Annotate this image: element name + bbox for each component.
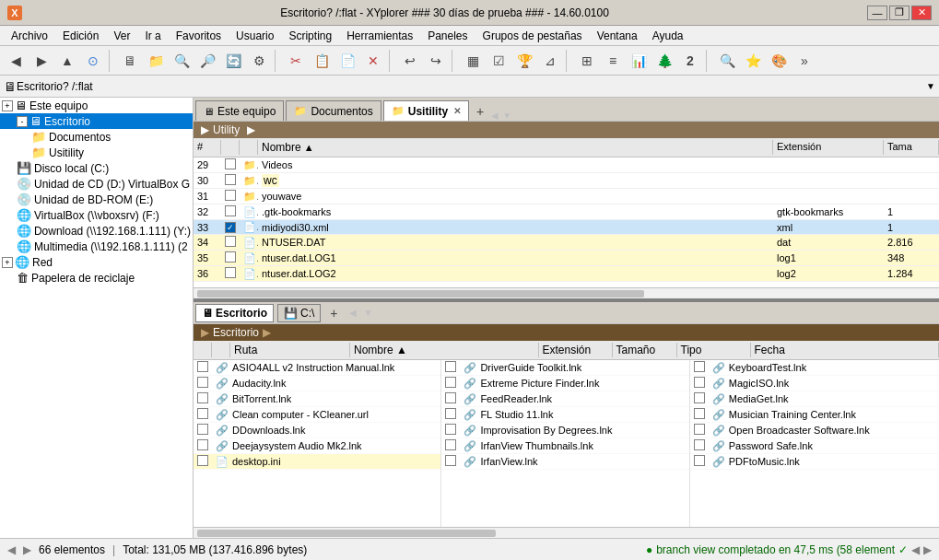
- file-row[interactable]: 34 📄 NTUSER.DAT dat 2.816: [194, 235, 939, 251]
- col-name[interactable]: Nombre ▲: [350, 343, 539, 357]
- row-check[interactable]: [221, 158, 240, 171]
- forward-button[interactable]: ▶: [29, 50, 53, 72]
- add-tab-button[interactable]: +: [471, 102, 489, 121]
- minimize-button[interactable]: —: [867, 6, 887, 20]
- filter-button[interactable]: 🔎: [195, 50, 219, 72]
- status-nav-2[interactable]: ▶: [923, 543, 932, 556]
- col-header-ext[interactable]: Extensión: [773, 140, 884, 155]
- sidebar-item-dvd-d[interactable]: 💿 Unidad de CD (D:) VirtualBox G: [0, 176, 193, 192]
- window-controls[interactable]: — ❐ ✕: [867, 6, 932, 20]
- row-check[interactable]: [221, 205, 240, 218]
- add-bottom-tab-button[interactable]: +: [324, 304, 343, 322]
- folder-button[interactable]: 📁: [144, 50, 168, 72]
- tree-button[interactable]: 🌲: [652, 50, 676, 72]
- list-item[interactable]: 🔗 FeedReader.lnk: [441, 391, 688, 407]
- list-item[interactable]: 🔗 KeyboardTest.lnk: [690, 360, 939, 376]
- menu-ventana[interactable]: Ventana: [590, 28, 645, 44]
- list-item[interactable]: 🔗 Audacity.lnk: [194, 376, 440, 391]
- tab-c-drive[interactable]: 💾 C:\: [277, 304, 321, 322]
- tab-nav-back[interactable]: ◀: [489, 111, 500, 121]
- tab-documentos[interactable]: 📁 Documentos: [286, 100, 381, 121]
- filter2-button[interactable]: ⊿: [538, 50, 562, 72]
- menu-scripting[interactable]: Scripting: [281, 28, 339, 44]
- sidebar-item-vbox-f[interactable]: 🌐 VirtualBox (\\vboxsrv) (F:): [0, 207, 193, 223]
- menu-ira[interactable]: Ir a: [137, 28, 168, 44]
- address-dropdown[interactable]: ▼: [926, 81, 935, 91]
- menu-edicion[interactable]: Edición: [55, 28, 106, 44]
- list-item[interactable]: 🔗 PDFtoMusic.lnk: [690, 454, 939, 470]
- list-item[interactable]: 🔗 Clean computer - KCleaner.url: [194, 407, 440, 423]
- menu-archivo[interactable]: Archivo: [4, 28, 55, 44]
- col-ext[interactable]: Extensión: [539, 343, 613, 357]
- list-item[interactable]: 🔗 BitTorrent.lnk: [194, 391, 440, 407]
- col-header-num[interactable]: #: [194, 140, 221, 155]
- menu-ayuda[interactable]: Ayuda: [645, 28, 691, 44]
- view2-button[interactable]: ☑: [487, 50, 511, 72]
- sidebar-item-este-equipo[interactable]: + 🖥 Este equipo: [0, 98, 193, 113]
- sidebar-item-escritorio[interactable]: - 🖥 Escritorio: [0, 113, 193, 129]
- sync-button[interactable]: 🔄: [221, 50, 245, 72]
- list-item[interactable]: 🔗 Deejaysystem Audio Mk2.lnk: [194, 438, 440, 454]
- list-item[interactable]: 🔗 FL Studio 11.lnk: [441, 407, 688, 423]
- tab-usitility[interactable]: 📁 Usitility ✕: [383, 100, 469, 121]
- list-item[interactable]: 🔗 Musician Training Center.lnk: [690, 407, 939, 423]
- row-check[interactable]: [221, 267, 240, 280]
- bottom-tab-nav[interactable]: ◀: [347, 308, 358, 318]
- tab-este-equipo[interactable]: 🖥 Este equipo: [195, 100, 284, 121]
- sidebar-item-papelera[interactable]: 🗑 Papelera de reciclaje: [0, 270, 193, 286]
- tab-close-icon[interactable]: ✕: [453, 106, 461, 116]
- view1-button[interactable]: ▦: [461, 50, 485, 72]
- row-check[interactable]: [221, 221, 240, 233]
- list-item[interactable]: 🔗 Open Broadcaster Software.lnk: [690, 423, 939, 438]
- file-row[interactable]: 31 📁 youwave: [194, 189, 939, 204]
- file-row[interactable]: 29 📁 Videos: [194, 158, 939, 173]
- list-item[interactable]: 🔗 DDownloads.lnk: [194, 423, 440, 438]
- nav-forward-status[interactable]: ▶: [23, 543, 31, 556]
- row-check[interactable]: [221, 174, 240, 187]
- more-button[interactable]: »: [792, 50, 816, 72]
- copy-path-button[interactable]: 🖥: [118, 50, 142, 72]
- menu-paneles[interactable]: Paneles: [420, 28, 475, 44]
- col-header-size[interactable]: Tama: [884, 140, 939, 155]
- list-item[interactable]: 🔗 Improvisation By Degrees.lnk: [441, 423, 688, 438]
- undo-button[interactable]: ↩: [398, 50, 422, 72]
- sidebar-item-download-y[interactable]: 🌐 Download (\\192.168.1.111) (Y:): [0, 223, 193, 239]
- sidebar-item-usitility[interactable]: 📁 Usitility: [0, 145, 193, 160]
- nav-back-status[interactable]: ◀: [7, 543, 16, 556]
- list-button[interactable]: ≡: [601, 50, 625, 72]
- row-check[interactable]: [221, 190, 240, 203]
- bottom-scrollbar-h[interactable]: [194, 527, 939, 538]
- tab-escritorio[interactable]: 🖥 Escritorio: [195, 304, 274, 322]
- list-item[interactable]: 🔗 IrfanView Thumbnails.lnk: [441, 438, 688, 454]
- detail-button[interactable]: 📊: [627, 50, 651, 72]
- bottom-tab-nav2[interactable]: ▼: [362, 308, 375, 318]
- list-item[interactable]: 🔗 Extreme Picture Finder.lnk: [441, 376, 688, 391]
- list-item[interactable]: 🔗 DriverGuide Toolkit.lnk: [441, 360, 688, 376]
- file-row[interactable]: 30 📁 wc: [194, 173, 939, 189]
- star-button[interactable]: ⭐: [741, 50, 765, 72]
- compare-button[interactable]: 2: [678, 50, 702, 72]
- file-row[interactable]: 36 📄 ntuser.dat.LOG2 log2 1.284: [194, 266, 939, 282]
- list-item[interactable]: 🔗 MediaGet.lnk: [690, 391, 939, 407]
- restore-button[interactable]: ❐: [889, 6, 910, 20]
- address-text[interactable]: Escritorio? /:flat: [17, 80, 93, 93]
- row-check[interactable]: [221, 251, 240, 264]
- sidebar-item-multimedia[interactable]: 🌐 Multimedia (\\192.168.1.111) (2: [0, 239, 193, 254]
- menu-ver[interactable]: Ver: [106, 28, 137, 44]
- home-button[interactable]: ⊙: [81, 50, 105, 72]
- file-row[interactable]: 33 📄 midiyodi30.xml xml 1: [194, 220, 939, 235]
- col-size[interactable]: Tamaño: [613, 343, 677, 357]
- paste-button[interactable]: 📄: [335, 50, 359, 72]
- status-nav-1[interactable]: ◀: [911, 543, 920, 556]
- tools-button[interactable]: ⚙: [247, 50, 271, 72]
- list-item[interactable]: 🔗 MagicISO.lnk: [690, 376, 939, 391]
- back-button[interactable]: ◀: [4, 50, 28, 72]
- top-scrollbar-h[interactable]: [194, 287, 939, 298]
- delete-button[interactable]: ✕: [361, 50, 385, 72]
- menu-favoritos[interactable]: Favoritos: [169, 28, 229, 44]
- magnify-button[interactable]: 🔍: [715, 50, 739, 72]
- sidebar-item-documentos[interactable]: 📁 Documentos: [0, 129, 193, 145]
- list-item[interactable]: 🔗 Password Safe.lnk: [690, 438, 939, 454]
- view3-button[interactable]: 🏆: [512, 50, 536, 72]
- redo-button[interactable]: ↪: [424, 50, 448, 72]
